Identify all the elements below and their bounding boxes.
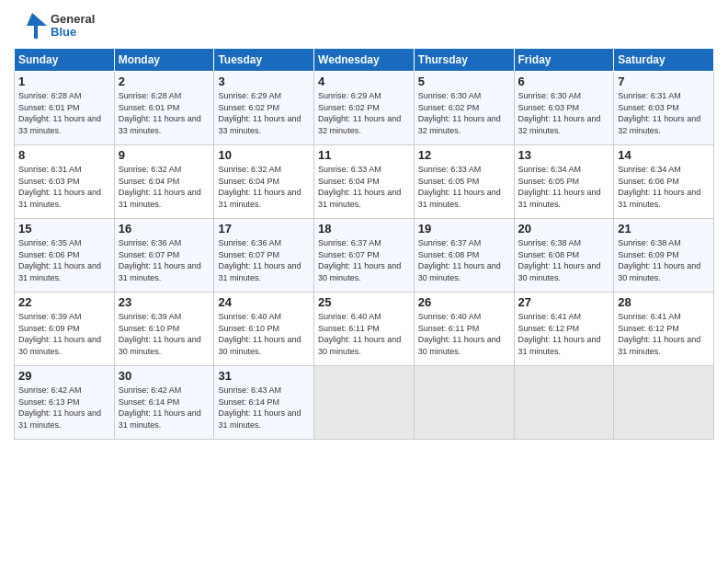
day-cell: 12 Sunrise: 6:33 AMSunset: 6:05 PMDaylig… <box>414 145 514 219</box>
day-number: 10 <box>218 148 310 162</box>
day-number: 27 <box>518 295 610 309</box>
day-cell: 16 Sunrise: 6:36 AMSunset: 6:07 PMDaylig… <box>114 219 214 293</box>
day-cell: 1 Sunrise: 6:28 AMSunset: 6:01 PMDayligh… <box>15 72 115 145</box>
day-info: Sunrise: 6:31 AMSunset: 6:03 PMDaylight:… <box>18 164 110 210</box>
day-info: Sunrise: 6:30 AMSunset: 6:03 PMDaylight:… <box>518 90 610 136</box>
day-cell: 6 Sunrise: 6:30 AMSunset: 6:03 PMDayligh… <box>514 72 614 145</box>
day-cell: 31 Sunrise: 6:43 AMSunset: 6:14 PMDaylig… <box>214 366 314 440</box>
day-info: Sunrise: 6:38 AMSunset: 6:08 PMDaylight:… <box>518 237 610 283</box>
day-info: Sunrise: 6:29 AMSunset: 6:02 PMDaylight:… <box>318 90 410 136</box>
day-cell: 17 Sunrise: 6:36 AMSunset: 6:07 PMDaylig… <box>214 219 314 293</box>
day-info: Sunrise: 6:30 AMSunset: 6:02 PMDaylight:… <box>418 90 510 136</box>
day-cell: 3 Sunrise: 6:29 AMSunset: 6:02 PMDayligh… <box>214 72 314 145</box>
calendar-table: SundayMondayTuesdayWednesdayThursdayFrid… <box>14 48 714 440</box>
day-cell: 21 Sunrise: 6:38 AMSunset: 6:09 PMDaylig… <box>614 219 714 293</box>
day-number: 13 <box>518 148 610 162</box>
day-number: 6 <box>518 75 610 88</box>
header-row-days: SundayMondayTuesdayWednesdayThursdayFrid… <box>15 49 714 72</box>
day-cell: 28 Sunrise: 6:41 AMSunset: 6:12 PMDaylig… <box>614 293 714 366</box>
day-info: Sunrise: 6:36 AMSunset: 6:07 PMDaylight:… <box>119 237 210 283</box>
day-number: 24 <box>218 295 310 309</box>
day-cell: 15 Sunrise: 6:35 AMSunset: 6:06 PMDaylig… <box>15 219 115 293</box>
day-number: 19 <box>418 222 510 236</box>
day-info: Sunrise: 6:34 AMSunset: 6:06 PMDaylight:… <box>618 164 710 210</box>
day-number: 30 <box>119 369 210 383</box>
day-number: 12 <box>418 148 510 162</box>
day-cell <box>514 366 614 440</box>
day-cell: 23 Sunrise: 6:39 AMSunset: 6:10 PMDaylig… <box>114 293 214 366</box>
header-monday: Monday <box>114 49 214 72</box>
day-cell: 5 Sunrise: 6:30 AMSunset: 6:02 PMDayligh… <box>414 72 514 145</box>
day-number: 5 <box>418 75 510 88</box>
header-tuesday: Tuesday <box>214 49 314 72</box>
day-number: 16 <box>119 222 210 236</box>
logo-bird-icon <box>14 9 47 42</box>
day-cell: 18 Sunrise: 6:37 AMSunset: 6:07 PMDaylig… <box>314 219 415 293</box>
day-info: Sunrise: 6:38 AMSunset: 6:09 PMDaylight:… <box>618 237 710 283</box>
day-number: 7 <box>618 75 710 88</box>
day-info: Sunrise: 6:37 AMSunset: 6:08 PMDaylight:… <box>418 237 510 283</box>
week-row-4: 22 Sunrise: 6:39 AMSunset: 6:09 PMDaylig… <box>15 293 714 366</box>
week-row-5: 29 Sunrise: 6:42 AMSunset: 6:13 PMDaylig… <box>15 366 714 440</box>
day-cell: 26 Sunrise: 6:40 AMSunset: 6:11 PMDaylig… <box>414 293 514 366</box>
header-row: General Blue <box>14 9 714 42</box>
day-info: Sunrise: 6:28 AMSunset: 6:01 PMDaylight:… <box>119 90 210 136</box>
day-info: Sunrise: 6:40 AMSunset: 6:11 PMDaylight:… <box>418 311 510 357</box>
day-info: Sunrise: 6:41 AMSunset: 6:12 PMDaylight:… <box>518 311 610 357</box>
logo-text-general: General <box>51 13 95 26</box>
day-info: Sunrise: 6:41 AMSunset: 6:12 PMDaylight:… <box>618 311 710 357</box>
day-info: Sunrise: 6:29 AMSunset: 6:02 PMDaylight:… <box>218 90 310 136</box>
svg-marker-0 <box>27 13 47 39</box>
day-number: 17 <box>218 222 310 236</box>
day-number: 9 <box>119 148 210 162</box>
day-cell: 27 Sunrise: 6:41 AMSunset: 6:12 PMDaylig… <box>514 293 614 366</box>
day-number: 20 <box>518 222 610 236</box>
day-info: Sunrise: 6:37 AMSunset: 6:07 PMDaylight:… <box>318 237 410 283</box>
day-info: Sunrise: 6:33 AMSunset: 6:05 PMDaylight:… <box>418 164 510 210</box>
header-wednesday: Wednesday <box>314 49 415 72</box>
day-cell: 22 Sunrise: 6:39 AMSunset: 6:09 PMDaylig… <box>15 293 115 366</box>
day-number: 2 <box>119 75 210 88</box>
day-info: Sunrise: 6:34 AMSunset: 6:05 PMDaylight:… <box>518 164 610 210</box>
day-cell: 24 Sunrise: 6:40 AMSunset: 6:10 PMDaylig… <box>214 293 314 366</box>
day-info: Sunrise: 6:35 AMSunset: 6:06 PMDaylight:… <box>18 237 110 283</box>
day-number: 23 <box>119 295 210 309</box>
day-number: 28 <box>618 295 710 309</box>
week-row-2: 8 Sunrise: 6:31 AMSunset: 6:03 PMDayligh… <box>15 145 714 219</box>
day-cell <box>314 366 415 440</box>
day-cell: 29 Sunrise: 6:42 AMSunset: 6:13 PMDaylig… <box>15 366 115 440</box>
logo: General Blue <box>14 9 95 42</box>
day-cell: 14 Sunrise: 6:34 AMSunset: 6:06 PMDaylig… <box>614 145 714 219</box>
day-cell <box>414 366 514 440</box>
day-info: Sunrise: 6:43 AMSunset: 6:14 PMDaylight:… <box>218 385 310 431</box>
day-cell: 7 Sunrise: 6:31 AMSunset: 6:03 PMDayligh… <box>614 72 714 145</box>
day-number: 26 <box>418 295 510 309</box>
day-info: Sunrise: 6:40 AMSunset: 6:10 PMDaylight:… <box>218 311 310 357</box>
day-info: Sunrise: 6:42 AMSunset: 6:13 PMDaylight:… <box>18 385 110 431</box>
day-number: 18 <box>318 222 410 236</box>
day-number: 25 <box>318 295 410 309</box>
day-info: Sunrise: 6:28 AMSunset: 6:01 PMDaylight:… <box>18 90 110 136</box>
day-info: Sunrise: 6:31 AMSunset: 6:03 PMDaylight:… <box>618 90 710 136</box>
day-number: 14 <box>618 148 710 162</box>
day-info: Sunrise: 6:39 AMSunset: 6:09 PMDaylight:… <box>18 311 110 357</box>
day-info: Sunrise: 6:36 AMSunset: 6:07 PMDaylight:… <box>218 237 310 283</box>
calendar-container: General Blue SundayMondayTuesdayWednesda… <box>0 0 728 449</box>
day-cell: 30 Sunrise: 6:42 AMSunset: 6:14 PMDaylig… <box>114 366 214 440</box>
logo-text-blue: Blue <box>51 26 95 39</box>
day-cell: 20 Sunrise: 6:38 AMSunset: 6:08 PMDaylig… <box>514 219 614 293</box>
day-cell: 4 Sunrise: 6:29 AMSunset: 6:02 PMDayligh… <box>314 72 415 145</box>
week-row-3: 15 Sunrise: 6:35 AMSunset: 6:06 PMDaylig… <box>15 219 714 293</box>
day-cell <box>614 366 714 440</box>
day-cell: 13 Sunrise: 6:34 AMSunset: 6:05 PMDaylig… <box>514 145 614 219</box>
day-number: 21 <box>618 222 710 236</box>
day-cell: 9 Sunrise: 6:32 AMSunset: 6:04 PMDayligh… <box>114 145 214 219</box>
day-number: 3 <box>218 75 310 88</box>
header-thursday: Thursday <box>414 49 514 72</box>
day-info: Sunrise: 6:40 AMSunset: 6:11 PMDaylight:… <box>318 311 410 357</box>
day-number: 22 <box>18 295 110 309</box>
day-info: Sunrise: 6:32 AMSunset: 6:04 PMDaylight:… <box>119 164 210 210</box>
day-number: 11 <box>318 148 410 162</box>
day-info: Sunrise: 6:33 AMSunset: 6:04 PMDaylight:… <box>318 164 410 210</box>
day-number: 15 <box>18 222 110 236</box>
